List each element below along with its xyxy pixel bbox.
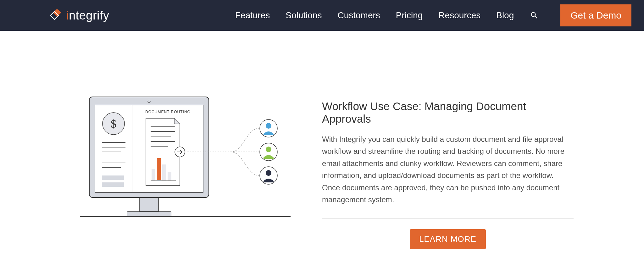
svg-rect-27	[168, 172, 171, 180]
svg-rect-24	[152, 169, 155, 180]
svg-point-34	[266, 170, 271, 176]
logo-text: integrify	[66, 9, 109, 22]
person-icon	[260, 167, 277, 184]
svg-rect-17	[102, 182, 124, 187]
logo-icon	[50, 9, 62, 21]
feature-text: Workflow Use Case: Managing Document App…	[322, 94, 574, 249]
feature-section: $ DOCUMENT ROUTING	[0, 31, 644, 267]
svg-rect-4	[127, 212, 171, 216]
site-header: integrify Features Solutions Customers P…	[0, 0, 644, 31]
svg-point-32	[266, 147, 271, 152]
learn-more-button[interactable]: LEARN MORE	[410, 229, 486, 249]
feature-body: With Integrify you can quickly build a c…	[322, 133, 574, 206]
primary-nav: Features Solutions Customers Pricing Res…	[235, 4, 631, 26]
search-icon[interactable]	[530, 11, 539, 20]
svg-rect-25	[157, 158, 161, 180]
nav-blog[interactable]: Blog	[496, 10, 514, 20]
nav-customers[interactable]: Customers	[337, 10, 380, 20]
logo[interactable]: integrify	[50, 9, 109, 22]
nav-resources[interactable]: Resources	[438, 10, 480, 20]
person-icon	[260, 143, 277, 161]
person-icon	[260, 120, 277, 137]
svg-rect-16	[102, 175, 124, 180]
get-demo-button[interactable]: Get a Demo	[560, 4, 631, 26]
document-routing-illustration: $ DOCUMENT ROUTING	[70, 94, 297, 220]
nav-pricing[interactable]: Pricing	[396, 10, 423, 20]
nav-features[interactable]: Features	[235, 10, 270, 20]
svg-text:$: $	[111, 118, 116, 130]
illustration-label: DOCUMENT ROUTING	[145, 110, 191, 114]
divider	[322, 218, 574, 219]
nav-solutions[interactable]: Solutions	[286, 10, 322, 20]
svg-point-30	[266, 123, 271, 129]
feature-heading: Workflow Use Case: Managing Document App…	[322, 100, 574, 125]
svg-rect-26	[162, 164, 166, 180]
svg-rect-0	[53, 9, 61, 17]
svg-rect-3	[140, 197, 158, 212]
